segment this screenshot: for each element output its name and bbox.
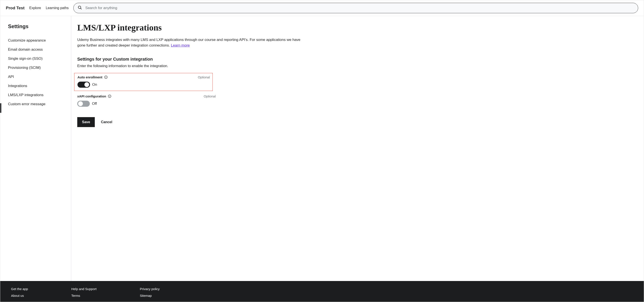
page-title: LMS/LXP integrations (77, 22, 308, 33)
auto-enrollment-state: On (92, 82, 97, 87)
xapi-state: Off (92, 102, 97, 106)
toggle-knob (84, 82, 89, 87)
sidebar-item-sso[interactable]: Single sign-on (SSO) (8, 54, 64, 63)
sidebar-item-provisioning-scim[interactable]: Provisioning (SCIM) (8, 63, 64, 72)
sidebar-item-lms-lxp-integrations[interactable]: LMS/LXP integrations (8, 90, 64, 100)
sidebar-title: Settings (8, 24, 64, 30)
svg-line-1 (80, 8, 81, 9)
footer-about-us[interactable]: About us (11, 294, 28, 298)
save-button[interactable]: Save (77, 117, 95, 127)
info-icon[interactable] (104, 75, 108, 79)
sidebar-item-api[interactable]: API (8, 72, 64, 82)
svg-point-7 (110, 95, 110, 96)
action-buttons: Save Cancel (77, 117, 308, 127)
search-icon (78, 5, 82, 11)
footer-terms[interactable]: Terms (71, 294, 96, 298)
footer-help-and-support[interactable]: Help and Support (71, 287, 96, 291)
settings-sidebar: Settings Customize appearance Email doma… (0, 16, 71, 281)
header: Prod Test Explore Learning paths (0, 0, 644, 16)
nav-explore[interactable]: Explore (29, 6, 41, 10)
cancel-button[interactable]: Cancel (101, 120, 112, 124)
search-bar[interactable] (73, 3, 638, 13)
info-icon[interactable] (108, 94, 112, 98)
brand-name[interactable]: Prod Test (6, 6, 24, 10)
setting-xapi: xAPI configuration Optional (77, 92, 216, 110)
sidebar-item-integrations[interactable]: Integrations (8, 82, 64, 90)
optional-label: Optional (198, 75, 210, 79)
page-description: Udemy Business integrates with many LMS … (77, 37, 302, 48)
auto-enrollment-label: Auto enrollment (78, 75, 102, 79)
auto-enrollment-toggle[interactable] (78, 82, 90, 88)
toggle-knob (78, 101, 83, 106)
footer-get-the-app[interactable]: Get the app (11, 287, 28, 291)
xapi-toggle[interactable] (77, 101, 90, 107)
xapi-label: xAPI configuration (77, 94, 106, 98)
svg-point-4 (106, 76, 106, 76)
main-content: LMS/LXP integrations Udemy Business inte… (71, 16, 314, 281)
optional-label: Optional (204, 94, 216, 98)
sidebar-item-customize-appearance[interactable]: Customize appearance (8, 36, 64, 45)
footer-sitemap[interactable]: Sitemap (140, 294, 160, 298)
footer: Get the app About us Help and Support Te… (0, 281, 644, 302)
learn-more-link[interactable]: Learn more (171, 43, 190, 48)
sidebar-item-custom-error-message[interactable]: Custom error message (8, 100, 64, 109)
setting-auto-enrollment: Auto enrollment Optional (74, 73, 213, 91)
section-subtext: Enter the following information to enabl… (77, 64, 308, 68)
sidebar-item-email-domain-access[interactable]: Email domain access (8, 45, 64, 54)
nav-learning-paths[interactable]: Learning paths (46, 6, 68, 10)
search-input[interactable] (85, 6, 634, 10)
footer-privacy-policy[interactable]: Privacy policy (140, 287, 160, 291)
section-heading: Settings for your Custom integration (77, 57, 308, 62)
sidebar-active-indicator (0, 103, 1, 113)
